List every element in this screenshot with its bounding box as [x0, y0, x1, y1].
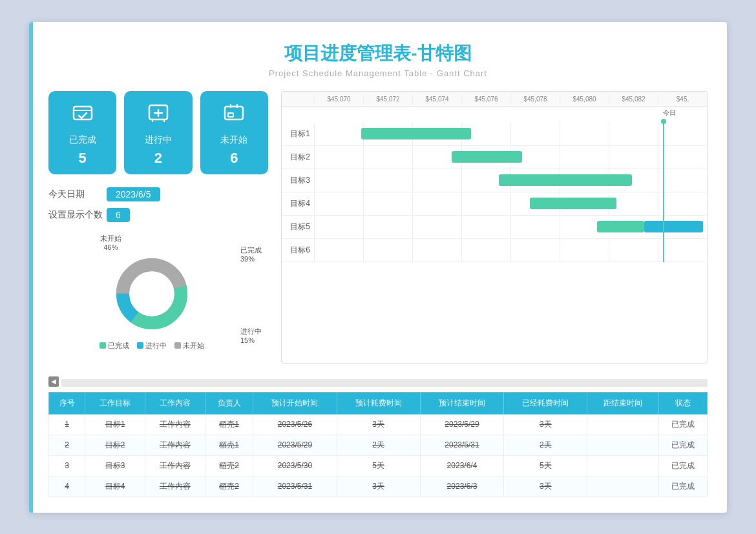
gantt-row-label: 目标5	[282, 221, 314, 232]
gantt-row-label: 目标6	[282, 245, 314, 256]
gantt-row: 目标5	[282, 216, 707, 239]
card-label-not_started: 未开始	[207, 134, 262, 146]
gantt-row: 目标1	[282, 123, 707, 146]
gantt-grid-cell	[658, 169, 707, 192]
table-cell: 2023/6/3	[420, 476, 503, 497]
gantt-grid-cell	[658, 146, 707, 169]
display-count-row: 设置显示个数 6	[48, 208, 268, 222]
display-count-value: 6	[107, 208, 130, 222]
table-cell: 2023/6/4	[420, 455, 503, 476]
gantt-row-label: 目标4	[282, 198, 314, 209]
top-section: 已完成 5 进行中 2 未开始 6 今天日期 2023/6/5 设置显示个数 6…	[48, 91, 708, 364]
table-cell: 2023/5/30	[253, 455, 337, 476]
table-header-cell: 预计结束时间	[420, 392, 503, 414]
chart-legend: 已完成 进行中 未开始	[74, 341, 229, 351]
donut-label-completed: 已完成39%	[240, 245, 262, 263]
table-cell: 3天	[504, 476, 587, 497]
gantt-row: 目标3	[282, 169, 707, 192]
legend-completed: 已完成	[100, 341, 129, 351]
gantt-grid-cell	[314, 239, 363, 262]
gantt-row-label: 目标1	[282, 128, 314, 139]
page-title: 项目进度管理表-甘特图	[48, 41, 708, 66]
table-cell: 3天	[504, 414, 587, 435]
gantt-grid-cell	[363, 239, 412, 262]
table-cell: 已完成	[659, 435, 708, 455]
table-cell: 4	[49, 476, 85, 497]
legend-dot-in-progress	[137, 342, 143, 349]
gantt-row-bars	[314, 123, 707, 145]
today-dot	[661, 119, 666, 124]
table-header-cell: 序号	[49, 392, 85, 414]
gantt-row: 目标4	[282, 192, 707, 216]
gantt-grid-cell	[412, 169, 461, 192]
table-cell	[587, 476, 659, 497]
scroll-left-button[interactable]: ◀	[48, 376, 59, 387]
donut-label-in-progress: 进行中15%	[240, 327, 262, 344]
gantt-row-bars	[314, 192, 707, 215]
gantt-date-cell: $45,074	[412, 94, 461, 104]
table-cell: 稻壳1	[205, 435, 253, 455]
data-table: 序号工作目标工作内容负责人预计开始时间预计耗费时间预计结束时间已经耗费时间距结束…	[48, 392, 708, 497]
legend-dot-not-started	[174, 342, 181, 349]
gantt-header: $45,070$45,072$45,074$45,076$45,078$45,0…	[282, 92, 707, 107]
today-row: 今天日期 2023/6/5	[48, 187, 268, 201]
card-value-not_started: 6	[207, 150, 262, 167]
table-cell: 2023/5/31	[253, 476, 337, 497]
table-cell: 3天	[337, 414, 420, 435]
table-cell: 2天	[337, 435, 420, 455]
gantt-grid-cell	[363, 146, 412, 169]
gantt-grid-cell	[560, 146, 609, 169]
gantt-grid-cell	[658, 239, 707, 262]
table-cell: 已完成	[659, 414, 708, 435]
gantt-grid-cell	[461, 192, 510, 215]
table-cell: 2023/5/31	[420, 435, 503, 455]
table-cell	[587, 455, 659, 476]
gantt-grid-cell	[609, 123, 658, 145]
gantt-bar	[644, 221, 703, 232]
gantt-label-spacer	[282, 94, 314, 104]
table-cell: 工作内容	[145, 435, 205, 455]
legend-label-in-progress: 进行中	[145, 341, 167, 351]
table-cell: 已完成	[659, 476, 708, 497]
today-label: 今天日期	[48, 189, 107, 200]
gantt-grid-cell	[609, 239, 658, 262]
legend-in-progress: 进行中	[137, 341, 167, 351]
table-row: 1目标1工作内容稻壳12023/5/263天2023/5/293天已完成	[49, 414, 708, 435]
legend-label-not-started: 未开始	[183, 341, 204, 351]
gantt-grid-cell	[314, 169, 363, 192]
status-cards: 已完成 5 进行中 2 未开始 6	[48, 91, 268, 174]
table-cell: 2023/5/29	[253, 435, 337, 455]
card-value-in_progress: 2	[131, 150, 185, 167]
today-line	[663, 123, 664, 262]
table-cell: 1	[49, 414, 85, 435]
gantt-date-cell: $45,078	[510, 94, 560, 104]
gantt-grid-cell	[412, 239, 461, 262]
gantt-grid-cell	[510, 216, 560, 238]
gantt-grid-cell	[314, 216, 363, 238]
table-cell	[587, 414, 659, 435]
gantt-grid-cell	[609, 146, 658, 169]
gantt-grid-lines	[314, 192, 707, 215]
scrollbar-track[interactable]	[61, 379, 708, 387]
table-cell: 5天	[504, 455, 587, 476]
main-page: 项目进度管理表-甘特图 Project Schedule Management …	[29, 22, 727, 513]
gantt-grid-cell	[510, 239, 560, 262]
table-cell	[587, 435, 659, 455]
svg-point-8	[132, 274, 171, 313]
gantt-date-cell: $45,080	[560, 94, 609, 104]
gantt-grid-lines	[314, 239, 707, 262]
gantt-grid-cell	[658, 123, 707, 145]
gantt-date-cell: $45,082	[609, 94, 658, 104]
table-cell: 目标3	[85, 455, 145, 476]
table-cell: 工作内容	[145, 414, 205, 435]
gantt-bar	[452, 151, 522, 163]
gantt-row-bars	[314, 216, 707, 238]
card-icon-completed	[55, 101, 110, 129]
gantt-grid-cell	[412, 192, 461, 215]
gantt-row-label: 目标2	[282, 152, 314, 163]
gantt-date-cell: $45,072	[363, 94, 412, 104]
gantt-date-cell: $45,	[658, 94, 707, 104]
card-value-completed: 5	[55, 150, 110, 167]
gantt-grid-cell	[658, 192, 707, 215]
table-cell: 目标4	[85, 476, 145, 497]
